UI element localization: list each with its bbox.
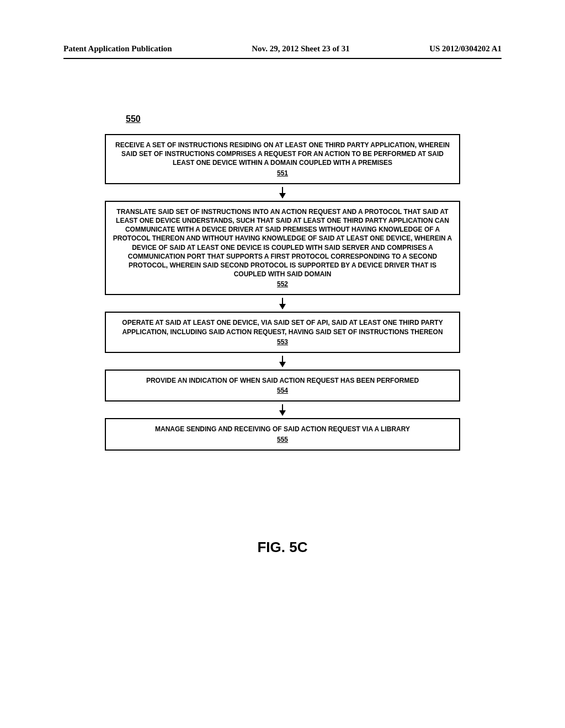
step-ref-number: 551 [113, 169, 452, 178]
header-right-text: US 2012/0304202 A1 [429, 44, 502, 53]
step-text: MANAGE SENDING AND RECEIVING OF SAID ACT… [113, 425, 452, 433]
step-ref-number: 552 [113, 280, 452, 288]
diagram-reference-number: 550 [126, 114, 141, 124]
step-text: PROVIDE AN INDICATION OF WHEN SAID ACTIO… [113, 376, 452, 385]
arrow-down-icon [282, 298, 283, 309]
arrow-down-icon [282, 187, 283, 198]
step-text: RECEIVE A SET OF INSTRUCTIONS RESIDING O… [113, 141, 452, 168]
flowchart-step-3: OPERATE AT SAID AT LEAST ONE DEVICE, VIA… [105, 312, 460, 353]
header-center-text: Nov. 29, 2012 Sheet 23 of 31 [252, 44, 350, 53]
step-ref-number: 555 [113, 435, 452, 444]
flowchart-step-1: RECEIVE A SET OF INSTRUCTIONS RESIDING O… [105, 134, 460, 184]
step-text: OPERATE AT SAID AT LEAST ONE DEVICE, VIA… [113, 318, 452, 336]
flowchart-step-5: MANAGE SENDING AND RECEIVING OF SAID ACT… [105, 418, 460, 450]
page-header: Patent Application Publication Nov. 29, … [0, 0, 565, 58]
step-text: TRANSLATE SAID SET OF INSTRUCTIONS INTO … [113, 207, 452, 279]
flowchart-step-4: PROVIDE AN INDICATION OF WHEN SAID ACTIO… [105, 370, 460, 402]
arrow-3 [105, 353, 460, 370]
step-ref-number: 554 [113, 386, 452, 395]
flowchart-diagram: 550 RECEIVE A SET OF INSTRUCTIONS RESIDI… [105, 114, 460, 451]
arrow-down-icon [282, 356, 283, 367]
flowchart-step-2: TRANSLATE SAID SET OF INSTRUCTIONS INTO … [105, 201, 460, 296]
arrow-2 [105, 295, 460, 312]
header-left-text: Patent Application Publication [63, 44, 172, 53]
figure-label: FIG. 5C [0, 539, 565, 556]
arrow-down-icon [282, 404, 283, 415]
step-ref-number: 553 [113, 338, 452, 346]
arrow-4 [105, 402, 460, 418]
header-divider [63, 58, 502, 59]
arrow-1 [105, 184, 460, 201]
